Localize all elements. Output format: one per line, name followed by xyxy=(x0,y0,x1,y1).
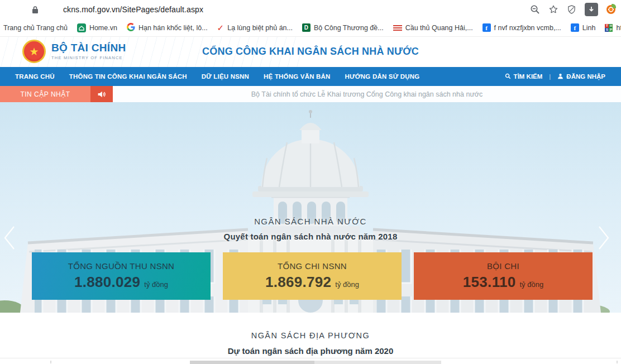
ticker-headline[interactable]: Bộ Tài chính tổ chức Lễ Khai trương Cổng… xyxy=(113,86,621,102)
bookmark-label: Cầu thủ Quang Hải,... xyxy=(405,24,473,32)
bookmark-label: Bộ Công Thương đề... xyxy=(314,24,384,32)
lock-icon[interactable] xyxy=(32,6,39,14)
card-value: 153.110 xyxy=(463,274,516,291)
address-bar: ckns.mof.gov.vn/SitePages/default.aspx xyxy=(0,0,621,19)
extension-icon[interactable] xyxy=(606,5,615,14)
bookmark-label: f nvf nxzfjxbn vcmb,... xyxy=(494,24,561,32)
browser-actions xyxy=(530,0,615,19)
ticker-label: TIN CẬP NHẬT xyxy=(0,86,90,102)
zoom-out-icon[interactable] xyxy=(530,4,540,15)
bookmark-item[interactable]: THSP https://thuonghi xyxy=(605,24,621,32)
search-icon xyxy=(505,73,511,80)
carousel-prev-arrow[interactable] xyxy=(3,225,16,253)
homevn-icon xyxy=(77,23,86,32)
user-icon xyxy=(557,73,563,80)
card-value: 1.869.792 xyxy=(265,274,331,291)
nav-item-documents[interactable]: HỆ THỐNG VĂN BẢN xyxy=(256,73,337,80)
browser-window: ckns.mof.gov.vn/SitePages/default.aspx T… xyxy=(0,0,621,364)
peek-tick xyxy=(50,361,51,363)
red-check-icon: ✓ xyxy=(217,23,224,32)
card-title: TỔNG NGUỒN THU NSNN xyxy=(68,261,174,271)
card-deficit: BỘI CHI 153.110 tỷ đồng xyxy=(414,252,593,300)
red-text-icon xyxy=(393,25,402,31)
slide-caption: NGÂN SÁCH NHÀ NƯỚC Quyết toán ngân sách … xyxy=(0,217,621,241)
peek-tick xyxy=(617,361,618,363)
bookmarks-bar: Trang chủ Trang chủ Home.vn Hạn hán khốc… xyxy=(0,19,621,37)
site-header: BỘ TÀI CHÍNH THE MINISTRY OF FINANCE CỔN… xyxy=(0,37,621,67)
section-subtitle: Dự toán ngân sách địa phương năm 2020 xyxy=(0,346,621,356)
hero-carousel: NGÂN SÁCH NHÀ NƯỚC Quyết toán ngân sách … xyxy=(0,102,621,313)
budget-cards: TỔNG NGUỒN THU NSNN 1.880.029 tỷ đồng TỔ… xyxy=(32,252,593,300)
thsp-icon: THSP xyxy=(605,24,613,32)
card-title: BỘI CHI xyxy=(487,261,519,271)
nav-separator: | xyxy=(549,73,551,80)
shield-block-icon[interactable] xyxy=(567,4,576,15)
bookmark-item[interactable]: D Bộ Công Thương đề... xyxy=(302,23,384,32)
slide-title: NGÂN SÁCH NHÀ NƯỚC xyxy=(0,217,621,226)
bookmark-label: Trang chủ Trang chủ xyxy=(3,24,68,32)
card-unit: tỷ đồng xyxy=(335,280,359,289)
bookmark-item[interactable]: Hạn hán khốc liệt, lô... xyxy=(127,23,208,33)
nav-item-home[interactable]: TRANG CHỦ xyxy=(8,73,62,80)
carousel-next-arrow[interactable] xyxy=(598,225,610,253)
bookmark-label: Hạn hán khốc liệt, lô... xyxy=(138,24,208,32)
peek-bar xyxy=(314,361,441,364)
fold-peek-content xyxy=(0,358,621,364)
login-button[interactable]: ĐĂNG NHẬP xyxy=(557,73,605,80)
card-value: 1.880.029 xyxy=(74,274,140,291)
page-title: CỔNG CÔNG KHAI NGÂN SÁCH NHÀ NƯỚC xyxy=(0,46,621,58)
download-icon[interactable] xyxy=(585,3,598,16)
bookmark-label: https://thuonghi xyxy=(616,24,621,32)
bookmark-label: Linh xyxy=(582,24,596,32)
bookmark-item[interactable]: Cầu thủ Quang Hải,... xyxy=(393,24,473,32)
card-unit: tỷ đồng xyxy=(144,280,168,289)
google-icon xyxy=(127,23,135,33)
nav-right: TÌM KIẾM | ĐĂNG NHẬP xyxy=(505,73,613,80)
slide-subtitle: Quyết toán ngân sách nhà nước năm 2018 xyxy=(0,232,621,241)
facebook-icon: f xyxy=(571,23,579,32)
bookmark-label: Lạ lùng biệt phủ án... xyxy=(227,24,293,32)
nav-item-budget-disclosure[interactable]: THÔNG TIN CÔNG KHAI NGÂN SÁCH xyxy=(62,73,194,80)
bookmark-item[interactable]: ✓ Lạ lùng biệt phủ án... xyxy=(217,23,293,32)
nav-item-nsnn-data[interactable]: DỮ LIỆU NSNN xyxy=(194,73,256,80)
section-title: NGÂN SÁCH ĐỊA PHƯƠNG xyxy=(0,313,621,340)
card-total-revenue: TỔNG NGUỒN THU NSNN 1.880.029 tỷ đồng xyxy=(32,252,211,300)
bookmark-item[interactable]: f f nvf nxzfjxbn vcmb,... xyxy=(483,23,561,32)
bookmark-item[interactable]: Trang chủ Trang chủ xyxy=(3,24,68,32)
local-budget-section: NGÂN SÁCH ĐỊA PHƯƠNG Dự toán ngân sách đ… xyxy=(0,313,621,364)
search-button[interactable]: TÌM KIẾM xyxy=(505,73,543,80)
speaker-icon[interactable] xyxy=(90,86,113,102)
peek-bar xyxy=(190,361,314,364)
nav-item-user-guide[interactable]: HƯỚNG DẪN SỬ DỤNG xyxy=(338,73,427,80)
url-text[interactable]: ckns.mof.gov.vn/SitePages/default.aspx xyxy=(63,5,203,14)
d-icon: D xyxy=(302,23,310,32)
news-ticker: TIN CẬP NHẬT Bộ Tài chính tổ chức Lễ Kha… xyxy=(0,86,621,102)
card-title: TỔNG CHI NSNN xyxy=(278,261,347,271)
bookmark-item[interactable]: f Linh xyxy=(571,23,596,32)
card-total-spending: TỔNG CHI NSNN 1.869.792 tỷ đồng xyxy=(223,252,402,300)
card-unit: tỷ đồng xyxy=(520,280,544,289)
facebook-icon: f xyxy=(483,23,491,32)
bookmark-label: Home.vn xyxy=(89,24,117,32)
bookmark-item[interactable]: Home.vn xyxy=(77,23,117,32)
main-nav: TRANG CHỦ THÔNG TIN CÔNG KHAI NGÂN SÁCH … xyxy=(0,67,621,86)
bookmark-star-icon[interactable] xyxy=(548,4,558,15)
